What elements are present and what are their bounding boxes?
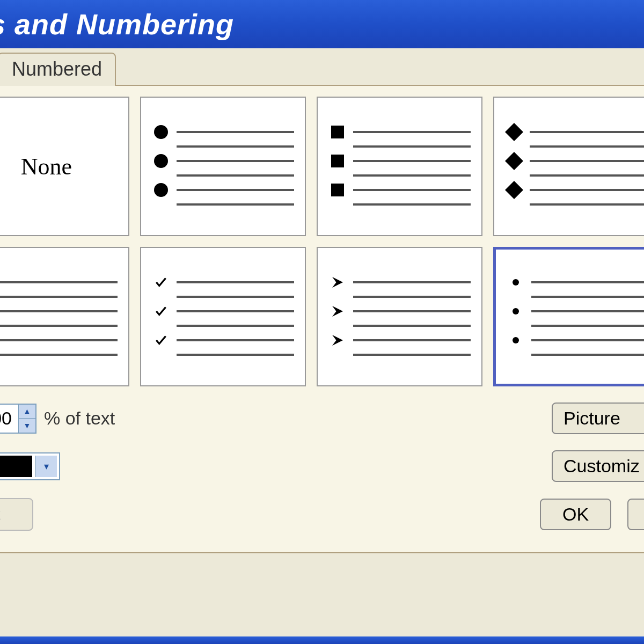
window-title: ets and Numbering <box>0 8 234 41</box>
bullet-option-square[interactable] <box>317 97 482 236</box>
reset-button[interactable]: et <box>0 498 33 531</box>
ok-button[interactable]: OK <box>540 499 611 530</box>
chevron-down-icon[interactable]: ▾ <box>35 456 57 477</box>
right-buttons: OK Car <box>540 499 644 530</box>
check-bullet-icon <box>152 302 170 320</box>
small-dot-bullet-icon <box>507 273 525 291</box>
tab-numbered-label: Numbered <box>12 58 102 80</box>
check-bullet-icon <box>152 273 170 291</box>
disc-bullet-icon <box>152 181 170 199</box>
bullet-option-disc[interactable] <box>140 97 306 236</box>
spin-up-icon[interactable]: ▲ <box>19 405 35 419</box>
bullet-option-check[interactable] <box>140 247 306 386</box>
check-bullet-icon <box>152 331 170 349</box>
disc-bullet-icon <box>152 152 170 170</box>
small-dot-bullet-icon <box>507 302 525 320</box>
size-input[interactable] <box>0 405 18 433</box>
tab-numbered[interactable]: Numbered <box>0 53 116 86</box>
bullet-preview <box>505 123 644 210</box>
bullet-option-outline-square[interactable] <box>0 247 129 386</box>
diamond-bullet-icon <box>505 123 523 141</box>
square-bullet-icon <box>328 123 347 141</box>
size-group: ▲ ▼ % of text <box>0 404 115 434</box>
dialog-window: ets and Numbering ed Numbered None <box>0 0 644 644</box>
arrow-bullet-icon <box>328 331 347 349</box>
customize-button-label: Customiz <box>564 456 640 476</box>
disc-bullet-icon <box>152 123 170 141</box>
bullet-option-diamond[interactable] <box>493 97 644 236</box>
bullet-preview <box>152 123 294 210</box>
tab-panel: None <box>0 85 644 553</box>
arrow-bullet-icon <box>328 302 347 320</box>
color-picker[interactable]: ▾ <box>0 452 60 480</box>
pct-of-text-label: % of text <box>44 408 115 429</box>
tab-strip: ed Numbered <box>0 48 644 86</box>
ok-button-label: OK <box>562 504 589 524</box>
bullet-preview <box>328 273 471 360</box>
spin-down-icon[interactable]: ▼ <box>19 419 35 433</box>
cancel-button[interactable]: Car <box>627 499 644 530</box>
color-row: ▾ Customiz <box>0 450 644 482</box>
color-swatch <box>0 456 32 477</box>
small-dot-bullet-icon <box>507 331 525 349</box>
size-spinner[interactable]: ▲ ▼ <box>0 404 36 434</box>
size-row: ▲ ▼ % of text Picture <box>0 402 644 434</box>
window-border-bottom <box>0 636 644 644</box>
square-bullet-icon <box>328 152 347 170</box>
bullet-option-arrow[interactable] <box>317 247 482 386</box>
customize-button[interactable]: Customiz <box>552 450 644 482</box>
bullet-preview <box>507 273 644 360</box>
reset-button-label: et <box>0 504 1 524</box>
diamond-bullet-icon <box>505 181 523 199</box>
diamond-bullet-icon <box>505 152 523 170</box>
bullet-preview <box>152 273 294 360</box>
bullet-option-small-dot[interactable] <box>493 247 644 386</box>
bottom-bar: et OK Car <box>0 482 644 541</box>
none-label: None <box>21 153 72 180</box>
client-area: ed Numbered None <box>0 48 644 644</box>
bullet-style-grid: None <box>0 97 644 386</box>
bullet-option-none[interactable]: None <box>0 97 129 236</box>
bullet-preview <box>328 123 471 210</box>
bullet-preview <box>0 273 118 360</box>
arrow-bullet-icon <box>328 273 347 291</box>
title-bar[interactable]: ets and Numbering <box>0 0 644 48</box>
picture-button-label: Picture <box>564 408 620 428</box>
picture-button[interactable]: Picture <box>552 402 644 434</box>
spin-buttons: ▲ ▼ <box>18 405 35 433</box>
square-bullet-icon <box>328 181 347 199</box>
